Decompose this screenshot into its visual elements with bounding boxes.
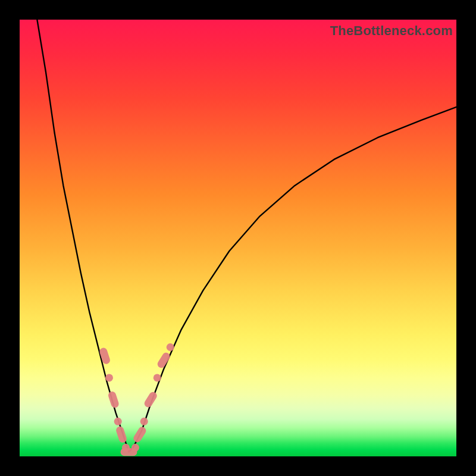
curve-marker-pill [132, 425, 148, 444]
curve-marker-pill [143, 390, 158, 409]
curve-marker-dot [154, 374, 161, 381]
chart-plot-area: TheBottleneck.com [20, 20, 456, 456]
curve-marker-pill [156, 351, 171, 369]
curve-marker-dot [167, 343, 174, 351]
chart-svg [20, 20, 456, 456]
chart-outer-frame: TheBottleneck.com [0, 0, 476, 476]
curve-marker-dot [140, 418, 148, 425]
main-curve [37, 20, 456, 452]
curve-marker-dot [114, 418, 122, 425]
marker-group [99, 343, 174, 456]
curve-marker-dot [105, 374, 113, 381]
curve-marker-pill [107, 390, 120, 409]
curve-marker-pill [115, 425, 127, 444]
curve-marker-dot [131, 444, 139, 452]
